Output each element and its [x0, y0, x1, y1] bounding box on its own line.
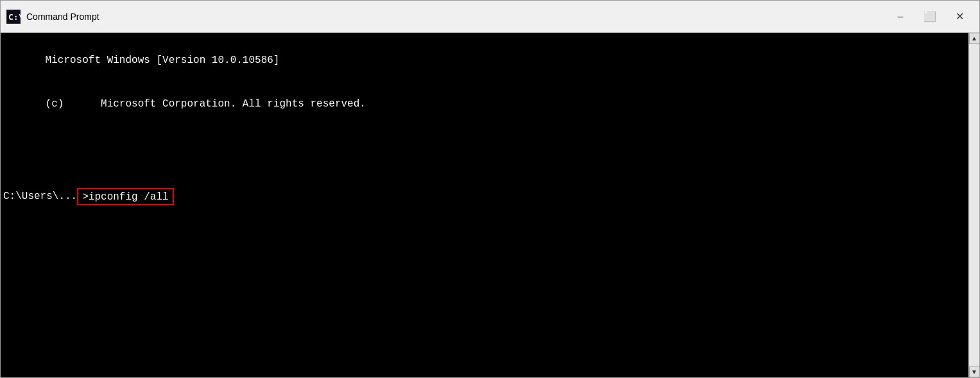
cmd-window: C:\ Command Prompt – ⬜ ✕ Microsoft Windo… — [0, 0, 980, 378]
window-controls: – ⬜ ✕ — [886, 1, 974, 33]
terminal-output: Microsoft Windows [Version 10.0.10586] (… — [3, 37, 977, 185]
version-line: Microsoft Windows [Version 10.0.10586] — [46, 55, 280, 66]
copyright-line: (c) Microsoft Corporation. All rights re… — [46, 98, 366, 110]
minimize-button[interactable]: – — [886, 1, 915, 33]
scroll-down-arrow[interactable]: ▼ — [969, 366, 980, 377]
window-title: Command Prompt — [26, 12, 886, 22]
scrollbar-track[interactable] — [969, 44, 979, 366]
command-text: >ipconfig /all — [82, 191, 168, 203]
terminal-body[interactable]: Microsoft Windows [Version 10.0.10586] (… — [1, 33, 979, 377]
cmd-icon: C:\ — [6, 9, 21, 24]
command-line: C:\Users\... >ipconfig /all — [3, 188, 977, 205]
close-button[interactable]: ✕ — [945, 1, 974, 33]
maximize-button[interactable]: ⬜ — [915, 1, 945, 33]
prompt-text: C:\Users\... — [3, 191, 77, 202]
svg-text:C:\: C:\ — [8, 12, 21, 22]
command-highlight-box: >ipconfig /all — [77, 188, 173, 205]
scrollbar[interactable]: ▲ ▼ — [968, 33, 979, 377]
titlebar: C:\ Command Prompt – ⬜ ✕ — [1, 1, 979, 33]
scroll-up-arrow[interactable]: ▲ — [969, 33, 980, 44]
